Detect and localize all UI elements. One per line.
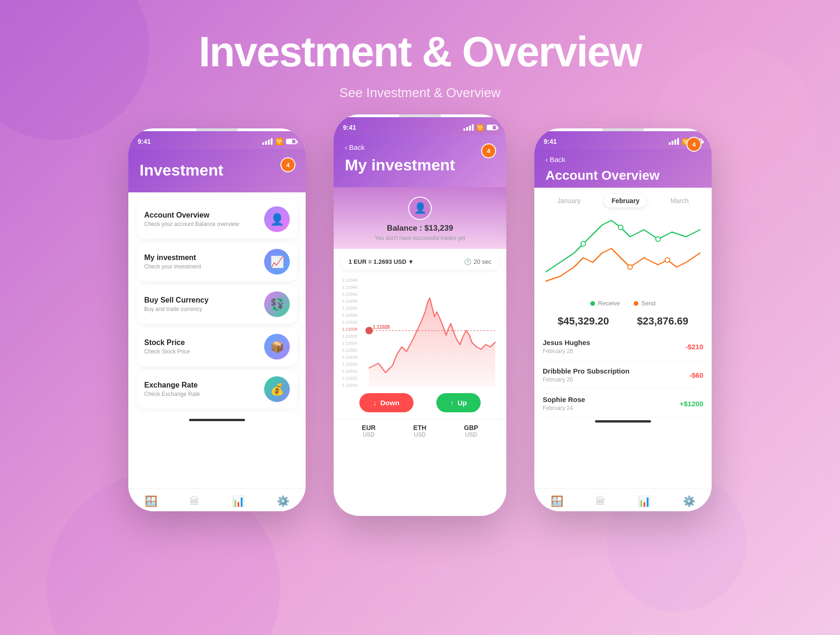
rate-timer: 🕐 20 sec xyxy=(464,258,491,265)
status-bar-left: 9:41 🛜 xyxy=(128,131,306,149)
currency-base-1: USD xyxy=(362,431,376,438)
rate-bar: 1 EUR = 1.2693 USD ▾ 🕐 20 sec xyxy=(341,254,499,270)
svg-text:1.11021: 1.11021 xyxy=(342,348,357,353)
status-icons-middle: 🛜 xyxy=(463,124,497,131)
nav-chart-r[interactable]: 📊 xyxy=(638,495,651,508)
notif-count-right: 4 xyxy=(687,138,700,151)
svg-text:1.11040: 1.11040 xyxy=(342,285,357,289)
legend-receive: Receive xyxy=(590,300,620,307)
nav-bank-r[interactable]: 🏛 xyxy=(595,495,606,508)
svg-text:1.11036: 1.11036 xyxy=(342,306,357,310)
svg-text:1.11032: 1.11032 xyxy=(342,320,357,325)
bg-blob-1 xyxy=(0,0,149,140)
updown-buttons: ↓ Down ↑ Up xyxy=(334,387,506,419)
notification-badge-right[interactable]: 4 xyxy=(686,137,701,152)
currency-gbp-usd[interactable]: GBP USD xyxy=(464,424,478,438)
status-icons-left: 🛜 xyxy=(262,138,296,145)
item-title: Stock Price xyxy=(144,339,190,347)
list-item-text: Exchange Rate Check Exchange Rate xyxy=(144,381,200,397)
svg-text:1.11014: 1.11014 xyxy=(342,369,357,374)
txn-name: Sophie Rose xyxy=(543,395,585,403)
svg-text:1.11018: 1.11018 xyxy=(342,355,357,360)
item-title: My investment xyxy=(144,254,201,262)
svg-text:1.11012: 1.11012 xyxy=(342,376,357,381)
transaction-item[interactable]: Sophie Rose February 24 +$1200 xyxy=(543,390,703,417)
status-bar-right: 9:41 🛜 xyxy=(534,131,712,149)
list-item[interactable]: Exchange Rate Check Exchange Rate 💰 xyxy=(137,370,297,409)
tab-january[interactable]: January xyxy=(550,194,588,207)
nav-bank[interactable]: 🏛 xyxy=(189,495,200,508)
back-button-middle[interactable]: ‹ Back xyxy=(345,143,495,151)
back-label-right: Back xyxy=(550,155,565,163)
nav-wallet-r[interactable]: 🪟 xyxy=(551,495,563,508)
svg-text:1.11028: 1.11028 xyxy=(373,325,390,330)
transaction-item[interactable]: Dribbble Pro Subscription February 26 -$… xyxy=(543,361,703,389)
tab-february[interactable]: February xyxy=(604,194,647,207)
time-right: 9:41 xyxy=(544,138,557,145)
svg-point-22 xyxy=(628,265,632,269)
down-label: Down xyxy=(380,399,399,407)
item-subtitle: Buy and trade currency xyxy=(144,306,209,312)
up-button[interactable]: ↑ Up xyxy=(436,393,481,412)
notification-badge[interactable]: 4 xyxy=(280,157,295,172)
time-left: 9:41 xyxy=(138,138,151,145)
item-title: Account Overview xyxy=(144,211,239,219)
send-stat: $23,876.69 xyxy=(637,315,688,327)
timer-text: 20 sec xyxy=(474,258,491,265)
currency-eur-usd[interactable]: EUR USD xyxy=(362,424,376,438)
overview-chart xyxy=(534,211,712,295)
item-subtitle: Check Stock Price xyxy=(144,348,190,355)
txn-info: Jesus Hughes February 28 xyxy=(543,339,590,354)
exchange-rate-selector[interactable]: 1 EUR = 1.2693 USD ▾ xyxy=(349,258,459,265)
receive-label: Receive xyxy=(598,300,620,307)
list-item-text: My investment Check your investment xyxy=(144,254,201,270)
svg-text:1.11016: 1.11016 xyxy=(342,362,357,367)
my-investment-title: My investment xyxy=(345,156,495,174)
list-item[interactable]: Stock Price Check Stock Price 📦 xyxy=(137,327,297,366)
transactions-list: Jesus Hughes February 28 -$210 Dribbble … xyxy=(534,333,712,417)
svg-point-23 xyxy=(665,258,670,262)
up-arrow-icon: ↑ xyxy=(450,399,454,407)
nav-settings-r[interactable]: ⚙️ xyxy=(683,495,695,508)
txn-name: Jesus Hughes xyxy=(543,339,590,346)
list-item[interactable]: My investment Check your investment 📈 xyxy=(137,242,297,281)
account-overview-title: Account Overview xyxy=(546,168,700,183)
status-bar-middle: 9:41 🛜 xyxy=(334,117,506,135)
nav-settings[interactable]: ⚙️ xyxy=(277,495,289,508)
item-icon-4: 💰 xyxy=(264,376,290,402)
item-subtitle: Check Exchange Rate xyxy=(144,391,200,397)
bottom-nav-right: 🪟 🏛 📊 ⚙️ xyxy=(534,488,712,511)
tab-march[interactable]: March xyxy=(663,194,696,207)
notification-badge-middle[interactable]: 4 xyxy=(481,143,496,158)
send-label: Send xyxy=(641,300,655,307)
nav-wallet[interactable]: 🪟 xyxy=(145,495,157,508)
txn-date: February 26 xyxy=(543,376,630,383)
send-amount: $23,876.69 xyxy=(637,315,688,327)
price-chart: 1.11048 1.11040 1.11042 1.11038 1.11036 … xyxy=(334,275,506,387)
chart-legend: Receive Send xyxy=(534,295,712,311)
list-item[interactable]: Buy Sell Currency Buy and trade currency… xyxy=(137,285,297,324)
rate-text: 1 EUR = 1.2693 USD xyxy=(349,258,406,265)
my-investment-header: ‹ Back My investment 4 xyxy=(334,135,506,187)
svg-text:1.11034: 1.11034 xyxy=(342,313,357,318)
receive-dot xyxy=(590,301,595,306)
item-title: Exchange Rate xyxy=(144,381,200,389)
clock-icon: 🕐 xyxy=(464,258,471,265)
home-indicator-left xyxy=(189,419,245,421)
list-item[interactable]: Account Overview Check your account Bala… xyxy=(137,200,297,239)
transaction-item[interactable]: Jesus Hughes February 28 -$210 xyxy=(543,333,703,360)
time-middle: 9:41 xyxy=(343,124,356,131)
item-subtitle: Check your account Balance overview xyxy=(144,221,239,227)
svg-text:1.11038: 1.11038 xyxy=(342,299,357,303)
currency-eth-usd[interactable]: ETH USD xyxy=(413,424,427,438)
list-item-text: Stock Price Check Stock Price xyxy=(144,339,190,355)
back-button-right[interactable]: ‹ Back xyxy=(546,155,700,163)
phone-right: 9:41 🛜 ‹ Back Account Overview xyxy=(534,128,712,511)
item-title: Buy Sell Currency xyxy=(144,296,209,304)
nav-chart[interactable]: 📊 xyxy=(232,495,245,508)
investment-list: Account Overview Check your account Bala… xyxy=(128,192,306,416)
down-button[interactable]: ↓ Down xyxy=(359,393,413,412)
list-item-text: Buy Sell Currency Buy and trade currency xyxy=(144,296,209,312)
txn-name: Dribbble Pro Subscription xyxy=(543,367,630,375)
currency-pair-3: GBP xyxy=(464,424,478,431)
